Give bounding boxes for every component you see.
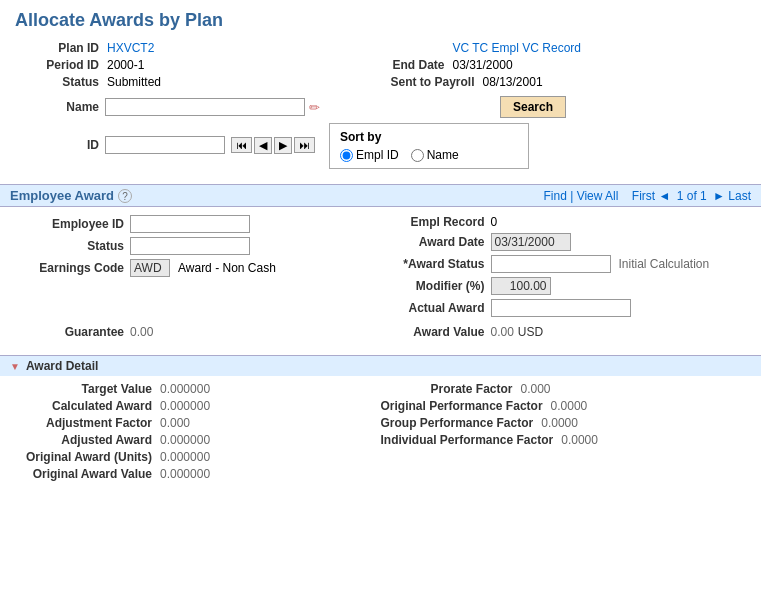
nav-first-button[interactable]: ⏮ (231, 137, 252, 153)
plan-desc: VC TC Empl VC Record (451, 41, 581, 55)
sort-by-label: Sort by (340, 130, 518, 144)
award-date-label: Award Date (381, 235, 491, 249)
employee-id-input[interactable] (130, 215, 250, 233)
employee-award-title: Employee Award (10, 188, 114, 203)
last-label: Last (728, 189, 751, 203)
id-input[interactable] (105, 136, 225, 154)
orig-award-units: 0.000000 (160, 450, 210, 464)
empl-record-label: Empl Record (381, 215, 491, 229)
award-detail-title: Award Detail (26, 359, 98, 373)
adjustment-factor: 0.000 (160, 416, 190, 430)
first-label: First (632, 189, 655, 203)
earnings-code-value: AWD (130, 259, 170, 277)
help-icon[interactable]: ? (118, 189, 132, 203)
award-description: Award - Non Cash (178, 261, 276, 275)
modifier-label: Modifier (%) (381, 279, 491, 293)
prorate-factor-label: Prorate Factor (381, 382, 521, 396)
group-perf-factor: 0.0000 (541, 416, 578, 430)
award-detail-table: Target Value 0.000000 Prorate Factor 0.0… (0, 376, 761, 490)
nav-buttons: ⏮ ◀ ▶ ⏭ (231, 137, 315, 154)
collapse-icon[interactable]: ▼ (10, 361, 20, 372)
name-input[interactable] (105, 98, 305, 116)
employee-section: Employee ID Status Earnings Code AWD Awa… (0, 207, 761, 351)
award-date-value: 03/31/2000 (491, 233, 571, 251)
sort-options: Empl ID Name (340, 148, 518, 162)
sent-to-payroll-label: Sent to Payroll (381, 75, 481, 89)
guarantee-value: 0.00 (130, 325, 153, 339)
nav-prev-button[interactable]: ◀ (254, 137, 272, 154)
find-area: Find | View All First ◄ 1 of 1 ► Last (543, 189, 751, 203)
guarantee-label: Guarantee (20, 325, 130, 339)
header-form: Plan ID HXVCT2 Period ID 2000-1 Status S… (0, 37, 761, 180)
orig-perf-factor: 0.0000 (551, 399, 588, 413)
plan-id-label: Plan ID (15, 41, 105, 55)
award-status-label: *Award Status (381, 257, 491, 271)
sort-emplid-label: Empl ID (356, 148, 399, 162)
award-currency: USD (518, 325, 543, 339)
award-value: 0.00 (491, 325, 514, 339)
award-status-input[interactable] (491, 255, 611, 273)
modifier-value: 100.00 (491, 277, 551, 295)
target-value: 0.000000 (160, 382, 210, 396)
status-label: Status (15, 75, 105, 89)
name-label: Name (15, 100, 105, 114)
orig-award-units-label: Original Award (Units) (20, 450, 160, 464)
status-value: Submitted (105, 75, 161, 89)
indiv-perf-factor: 0.0000 (561, 433, 598, 447)
view-all-link[interactable]: View All (577, 189, 619, 203)
status-field-label: Status (20, 239, 130, 253)
earnings-code-label: Earnings Code (20, 261, 130, 275)
pagination: 1 of 1 (677, 189, 707, 203)
empl-record-value: 0 (491, 215, 498, 229)
end-date-label: End Date (381, 58, 451, 72)
sort-name-label: Name (427, 148, 459, 162)
orig-award-value-label: Original Award Value (20, 467, 160, 481)
adjustment-factor-label: Adjustment Factor (20, 416, 160, 430)
actual-award-label: Actual Award (381, 301, 491, 315)
prev-page-icon[interactable]: ◄ (658, 189, 670, 203)
employee-id-label: Employee ID (20, 217, 130, 231)
indiv-perf-factor-label: Individual Performance Factor (381, 433, 562, 447)
next-page-icon[interactable]: ► (713, 189, 725, 203)
sort-option-emplid[interactable]: Empl ID (340, 148, 399, 162)
search-button[interactable]: Search (500, 96, 566, 118)
prorate-factor: 0.000 (521, 382, 551, 396)
adjusted-award: 0.000000 (160, 433, 210, 447)
end-date-value: 03/31/2000 (451, 58, 513, 72)
status-field-input[interactable] (130, 237, 250, 255)
award-detail-header: ▼ Award Detail (0, 355, 761, 376)
id-label: ID (15, 138, 105, 152)
calculated-award-label: Calculated Award (20, 399, 160, 413)
sent-to-payroll-value: 08/13/2001 (481, 75, 543, 89)
period-id-value: 2000-1 (105, 58, 144, 72)
nav-next-button[interactable]: ▶ (274, 137, 292, 154)
employee-award-section-header: Employee Award ? Find | View All First ◄… (0, 184, 761, 207)
page-title: Allocate Awards by Plan (0, 0, 761, 37)
plan-id-value: HXVCT2 (105, 41, 154, 55)
initial-calc-label: Initial Calculation (619, 257, 710, 271)
orig-perf-factor-label: Original Performance Factor (381, 399, 551, 413)
orig-award-value: 0.000000 (160, 467, 210, 481)
actual-award-input[interactable] (491, 299, 631, 317)
calculated-award: 0.000000 (160, 399, 210, 413)
edit-icon[interactable]: ✏ (309, 100, 320, 115)
pagination-spacer (622, 189, 629, 203)
group-perf-factor-label: Group Performance Factor (381, 416, 542, 430)
find-link[interactable]: Find (543, 189, 566, 203)
award-value-label: Award Value (381, 325, 491, 339)
nav-last-button[interactable]: ⏭ (294, 137, 315, 153)
sort-option-name[interactable]: Name (411, 148, 459, 162)
period-id-label: Period ID (15, 58, 105, 72)
adjusted-award-label: Adjusted Award (20, 433, 160, 447)
target-value-label: Target Value (20, 382, 160, 396)
